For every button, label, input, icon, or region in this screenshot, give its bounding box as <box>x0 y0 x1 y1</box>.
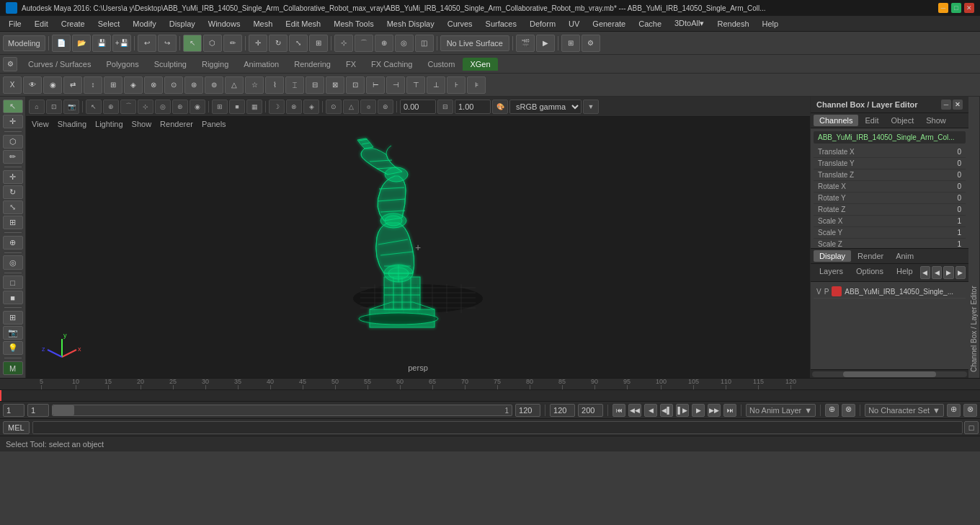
vp-isolate[interactable]: ◈ <box>303 100 319 114</box>
vp-surface-snap[interactable]: ◎ <box>155 100 171 114</box>
viewport-menu-show[interactable]: Show <box>132 120 152 128</box>
channel-value[interactable]: 0 <box>957 171 961 179</box>
jump-start-btn[interactable]: ⏮ <box>612 404 625 417</box>
menu-item-rendesh[interactable]: Rendesh <box>711 18 754 30</box>
layer-tab-help[interactable]: Help <box>891 266 919 279</box>
char-set-icon-1[interactable]: ⊕ <box>947 404 961 417</box>
undo-btn[interactable]: ↩ <box>138 35 156 52</box>
mode-tab-animation[interactable]: Animation <box>236 58 286 71</box>
tool-icon-17[interactable]: ⊠ <box>326 76 344 94</box>
lasso-btn[interactable]: ⬡ <box>203 35 222 52</box>
tool-icon-19[interactable]: ⊢ <box>366 76 385 94</box>
viewport-menu-lighting[interactable]: Lighting <box>95 120 123 128</box>
minimize-button[interactable]: ─ <box>938 3 948 13</box>
grid-btn[interactable]: ⊞ <box>3 311 23 325</box>
vp-grid-snap[interactable]: ⊹ <box>138 100 153 114</box>
menu-item-edit_mesh[interactable]: Edit Mesh <box>280 18 326 30</box>
mode-tab-sculpting[interactable]: Sculpting <box>147 58 194 71</box>
vp-resolution[interactable]: ⊙ <box>326 100 342 114</box>
fps-input[interactable] <box>578 404 603 417</box>
mode-tab-xgen[interactable]: XGen <box>463 58 497 71</box>
vp-shadow[interactable]: ☽ <box>269 100 285 114</box>
scale-tool-btn[interactable]: ⤡ <box>3 200 23 214</box>
tool-icon-22[interactable]: ⊥ <box>427 76 445 94</box>
channel-row[interactable]: Rotate Y0 <box>814 193 966 204</box>
step-back-btn[interactable]: ◀◀ <box>628 404 641 417</box>
channel-row[interactable]: Scale X1 <box>814 216 966 227</box>
mode-tab-fx-caching[interactable]: FX Caching <box>364 58 419 71</box>
snap-surface-btn[interactable]: ◫ <box>415 35 434 52</box>
vp-frame-all[interactable]: ⌂ <box>29 100 45 114</box>
menu-item-curves[interactable]: Curves <box>442 18 478 30</box>
next-frame-btn[interactable]: ▶ <box>692 404 705 417</box>
channel-tab-channels[interactable]: Channels <box>814 115 858 126</box>
channel-value[interactable]: 0 <box>957 182 961 190</box>
viewport-menu-view[interactable]: View <box>32 120 49 128</box>
rotate-btn[interactable]: ↻ <box>269 35 288 52</box>
channel-row[interactable]: Translate X0 <box>814 146 966 158</box>
snap-point-btn[interactable]: ⊕ <box>375 35 393 52</box>
maya-icon-btn[interactable]: M <box>3 361 23 375</box>
channel-value[interactable]: 1 <box>957 217 961 225</box>
channel-row[interactable]: Rotate X0 <box>814 181 966 193</box>
snap-curve-btn[interactable]: ⌒ <box>355 35 373 52</box>
exposure-input[interactable] <box>400 100 436 114</box>
tool-icon-12[interactable]: △ <box>225 76 244 94</box>
move-select-tool-btn[interactable]: ✛ <box>3 115 23 128</box>
channel-value[interactable]: 1 <box>957 240 961 248</box>
tool-icon-10[interactable]: ⊛ <box>184 76 203 94</box>
panel-layout-btn[interactable]: ⊞ <box>561 35 580 52</box>
mel-python-toggle[interactable]: MEL <box>3 421 30 434</box>
anim-layer-icon-2[interactable]: ⊗ <box>842 404 855 417</box>
paint-select-btn[interactable]: ✏ <box>3 150 23 164</box>
jump-end-btn[interactable]: ⏭ <box>723 404 736 417</box>
maximize-button[interactable]: □ <box>951 3 961 13</box>
soft-select-btn[interactable]: ◎ <box>3 255 23 269</box>
channel-row[interactable]: Translate Z0 <box>814 169 966 181</box>
menu-item-create[interactable]: Create <box>55 18 91 30</box>
command-input[interactable] <box>32 421 963 434</box>
display-tab-render[interactable]: Render <box>852 250 889 262</box>
menu-item-mesh_display[interactable]: Mesh Display <box>381 18 440 30</box>
render-settings-btn[interactable]: 🎬 <box>516 35 535 52</box>
menu-item-display[interactable]: Display <box>164 18 201 30</box>
menu-item-select[interactable]: Select <box>92 18 126 30</box>
move-btn[interactable]: ✛ <box>249 35 267 52</box>
colorspace-dropdown[interactable]: sRGB gamma <box>509 100 582 114</box>
vp-sel-mask[interactable]: ↖ <box>86 100 102 114</box>
channel-row[interactable]: Scale Z1 <box>814 239 966 248</box>
panel-close-btn[interactable]: ✕ <box>953 100 963 110</box>
menu-item-mesh[interactable]: Mesh <box>247 18 278 30</box>
layer-playback-toggle[interactable]: P <box>824 288 829 296</box>
layer-icon-btn-2[interactable]: ▶ <box>943 266 953 279</box>
snap-grid-btn[interactable]: ⊹ <box>334 35 353 52</box>
channel-row[interactable]: Translate Y0 <box>814 158 966 169</box>
vp-xray[interactable]: ⊗ <box>286 100 302 114</box>
vp-gamma-settings[interactable]: ▼ <box>583 100 599 114</box>
tool-icon-5[interactable]: ↕ <box>84 76 102 94</box>
menu-item-modify[interactable]: Modify <box>127 18 161 30</box>
play-fwd-btn[interactable]: ▌▶ <box>676 404 689 417</box>
prev-frame-btn[interactable]: ◀ <box>644 404 657 417</box>
layer-tab-options[interactable]: Options <box>850 266 889 279</box>
viewport-menu-panels[interactable]: Panels <box>202 120 226 128</box>
mode-tab-polygons[interactable]: Polygons <box>99 58 146 71</box>
tool-icon-1[interactable]: X <box>3 76 22 94</box>
char-set-icon-2[interactable]: ⊗ <box>963 404 977 417</box>
no-live-surface-button[interactable]: No Live Surface <box>440 35 509 51</box>
no-character-set-dropdown[interactable]: No Character Set ▼ <box>865 404 944 417</box>
play-back-btn[interactable]: ◀▌ <box>660 404 673 417</box>
redo-btn[interactable]: ↪ <box>158 35 177 52</box>
scale-btn[interactable]: ⤡ <box>289 35 308 52</box>
lasso-tool-btn[interactable]: ⬡ <box>3 135 23 149</box>
vp-frame-sel[interactable]: ⊡ <box>46 100 62 114</box>
channel-tab-object[interactable]: Object <box>885 115 919 126</box>
viewport-menu-shading[interactable]: Shading <box>58 120 86 128</box>
vp-smooth[interactable]: ⌾ <box>360 100 376 114</box>
vp-uvplane[interactable]: ⊛ <box>172 100 188 114</box>
channel-tab-show[interactable]: Show <box>920 115 952 126</box>
render-btn[interactable]: ▶ <box>536 35 555 52</box>
mode-tab-rigging[interactable]: Rigging <box>195 58 236 71</box>
frame-start-input[interactable] <box>3 404 24 417</box>
rotate-tool-btn[interactable]: ↻ <box>3 185 23 199</box>
